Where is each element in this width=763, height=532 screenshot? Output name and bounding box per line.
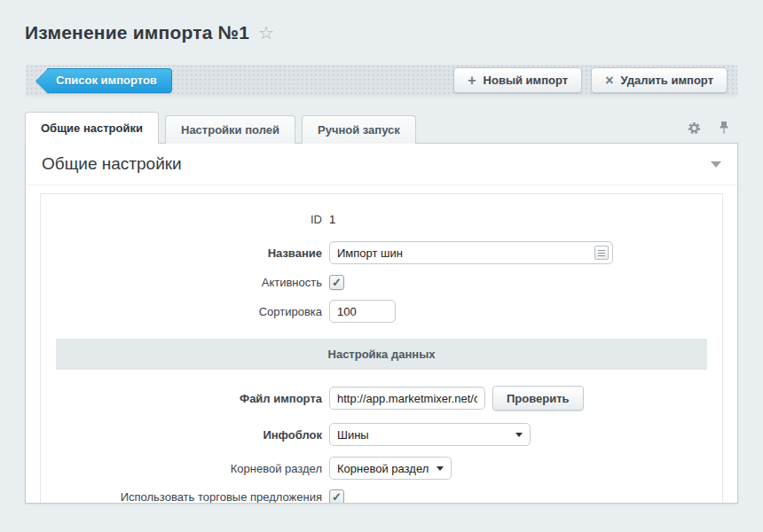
- tab-bar: Общие настройки Настройки полей Ручной з…: [25, 111, 738, 143]
- iblock-select-wrap: Шины: [329, 423, 531, 446]
- close-icon: ×: [605, 74, 613, 88]
- offers-label: Использовать торговые предложения: [41, 490, 329, 504]
- back-to-list-label: Список импортов: [56, 74, 157, 87]
- collapse-arrow-icon[interactable]: [711, 161, 721, 168]
- form-row-offers: Использовать торговые предложения: [41, 489, 722, 504]
- import-file-input[interactable]: [329, 387, 485, 410]
- root-section-select-wrap: Корневой раздел: [329, 457, 452, 480]
- panel-header: Общие настройки: [26, 144, 737, 185]
- name-input[interactable]: [329, 241, 613, 264]
- form-row-active: Активность: [41, 275, 722, 290]
- iblock-select[interactable]: Шины: [329, 423, 531, 446]
- root-section-select[interactable]: Корневой раздел: [329, 457, 452, 480]
- plus-icon: +: [468, 74, 476, 88]
- sort-label: Сортировка: [41, 305, 329, 318]
- form-row-sort: Сортировка: [41, 300, 722, 323]
- active-label: Активность: [41, 276, 329, 289]
- data-settings-section-bar: Настройка данных: [56, 339, 707, 370]
- iblock-label: Инфоблок: [41, 428, 329, 442]
- new-import-label: Новый импорт: [484, 74, 569, 87]
- settings-panel: Общие настройки ID 1 Название Активность: [25, 143, 738, 504]
- id-label: ID: [41, 213, 329, 226]
- tab-label: Общие настройки: [41, 121, 143, 135]
- title-row: Изменение импорта №1 ☆: [25, 0, 738, 43]
- form-row-file: Файл импорта Проверить: [41, 386, 722, 411]
- toolbar-right-group: + Новый импорт × Удалить импорт: [453, 67, 728, 93]
- new-import-button[interactable]: + Новый импорт: [453, 67, 582, 93]
- root-section-label: Корневой раздел: [41, 462, 329, 475]
- tab-label: Настройки полей: [181, 123, 279, 137]
- form-row-iblock: Инфоблок Шины: [41, 423, 722, 446]
- pin-icon[interactable]: [719, 121, 729, 135]
- sort-input[interactable]: [329, 300, 396, 323]
- general-settings-form: ID 1 Название Активность Сортировка Наст…: [40, 193, 723, 504]
- back-to-list-button[interactable]: Список импортов: [47, 68, 172, 93]
- panel-section-title: Общие настройки: [42, 154, 182, 174]
- gear-icon[interactable]: [688, 121, 701, 135]
- tab-label: Ручной запуск: [318, 123, 400, 137]
- page-title: Изменение импорта №1: [25, 22, 249, 43]
- active-checkbox[interactable]: [329, 275, 344, 290]
- file-label: Файл импорта: [41, 392, 329, 405]
- offers-checkbox[interactable]: [329, 489, 344, 504]
- delete-import-label: Удалить импорт: [620, 74, 713, 87]
- form-row-name: Название: [41, 241, 722, 264]
- check-file-label: Проверить: [507, 392, 570, 405]
- name-label: Название: [41, 246, 329, 260]
- page: Изменение импорта №1 ☆ Список импортов +…: [0, 0, 763, 504]
- favorite-star-icon[interactable]: ☆: [258, 24, 274, 42]
- check-file-button[interactable]: Проверить: [492, 386, 584, 411]
- tab-field-settings[interactable]: Настройки полей: [165, 115, 295, 144]
- tab-general-settings[interactable]: Общие настройки: [25, 112, 159, 144]
- form-row-id: ID 1: [41, 212, 722, 227]
- name-field-wrap: [329, 241, 613, 264]
- tab-bar-icons: [688, 121, 729, 135]
- input-expand-icon[interactable]: [594, 246, 609, 260]
- form-row-root-section: Корневой раздел Корневой раздел: [41, 457, 722, 480]
- delete-import-button[interactable]: × Удалить импорт: [591, 67, 728, 93]
- tab-manual-run[interactable]: Ручной запуск: [302, 115, 416, 144]
- toolbar: Список импортов + Новый импорт × Удалить…: [25, 64, 738, 97]
- data-settings-title: Настройка данных: [328, 348, 436, 361]
- id-value: 1: [329, 213, 335, 226]
